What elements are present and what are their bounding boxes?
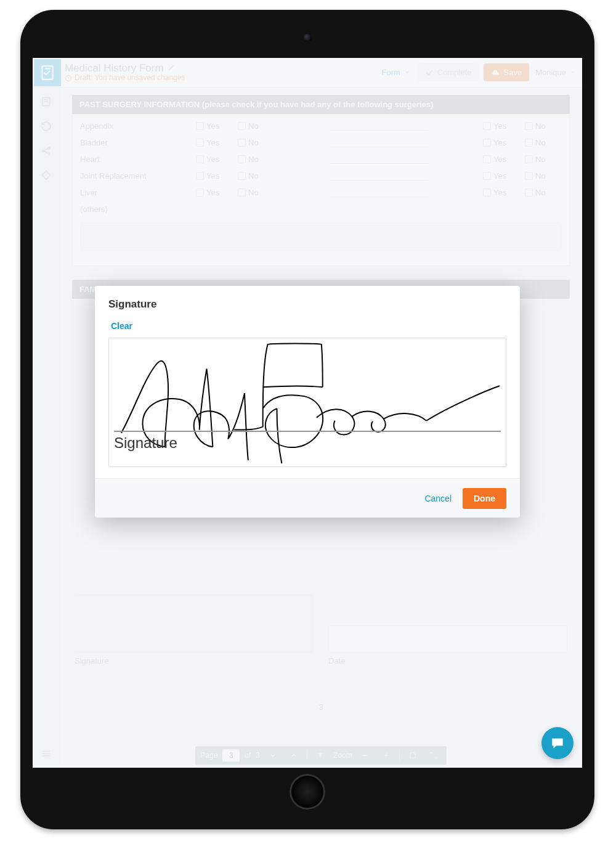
modal-footer: Cancel Done [95, 478, 520, 518]
modal-backdrop[interactable]: Signature Clear Signature Cancel Done [33, 58, 582, 768]
signature-baseline [114, 431, 501, 432]
chat-bubble[interactable] [541, 727, 573, 759]
cancel-button[interactable]: Cancel [424, 494, 452, 503]
signature-placeholder: Signature [114, 434, 177, 452]
ipad-camera [303, 33, 312, 42]
ipad-home-button[interactable] [290, 774, 325, 810]
screen: Medical History Form Draft: You have uns… [33, 58, 582, 768]
signature-modal: Signature Clear Signature Cancel Done [95, 286, 520, 518]
done-button[interactable]: Done [463, 488, 506, 509]
ipad-frame: Medical History Form Draft: You have uns… [20, 10, 594, 829]
clear-signature-button[interactable]: Clear [111, 321, 132, 331]
chat-icon [549, 735, 565, 751]
signature-canvas[interactable]: Signature [108, 338, 506, 467]
modal-title: Signature [108, 298, 506, 311]
